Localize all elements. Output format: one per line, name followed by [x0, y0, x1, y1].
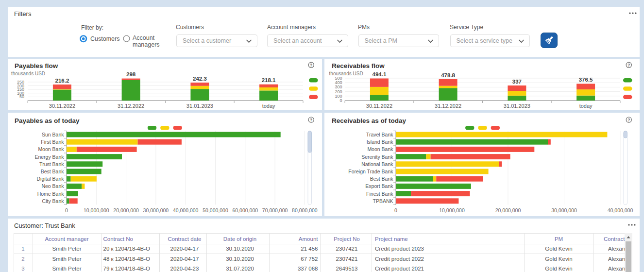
svg-text:thousands USD: thousands USD — [329, 71, 363, 76]
svg-text:70,000,000: 70,000,000 — [262, 207, 288, 213]
svg-text:City Bank: City Bank — [42, 198, 65, 204]
svg-text:Best Bank: Best Bank — [41, 169, 65, 174]
svg-text:30,000,000: 30,000,000 — [143, 207, 169, 213]
svg-text:Trust Bank: Trust Bank — [39, 161, 64, 167]
svg-text:500: 500 — [335, 76, 342, 81]
svg-text:Payables flow: Payables flow — [15, 62, 58, 69]
svg-text:10,000,000: 10,000,000 — [439, 207, 465, 213]
svg-text:242.3: 242.3 — [193, 76, 207, 82]
svg-text:31.12.2022: 31.12.2022 — [118, 103, 144, 109]
svg-text:Serenity Bank: Serenity Bank — [361, 154, 393, 160]
svg-text:494.1: 494.1 — [373, 71, 387, 77]
svg-text:Home Bank: Home Bank — [37, 191, 65, 197]
svg-text:40,000,000: 40,000,000 — [608, 207, 633, 213]
svg-text:thousands USD: thousands USD — [11, 71, 45, 76]
svg-text:?: ? — [627, 118, 630, 122]
svg-text:40,000,000: 40,000,000 — [173, 207, 199, 213]
svg-text:?: ? — [310, 63, 312, 68]
svg-text:?: ? — [627, 63, 630, 68]
svg-text:30,000,000: 30,000,000 — [551, 207, 577, 213]
svg-text:Foreign Trade Bank: Foreign Trade Bank — [348, 169, 393, 174]
svg-text:Finest Bank: Finest Bank — [366, 191, 393, 197]
svg-text:31.12.2022: 31.12.2022 — [435, 103, 461, 109]
svg-text:Travel Bank: Travel Bank — [366, 132, 393, 137]
svg-text:?: ? — [310, 118, 312, 122]
svg-text:Digital Bank: Digital Bank — [36, 176, 64, 182]
svg-text:Island Bank: Island Bank — [367, 139, 394, 145]
svg-text:Payables as of today: Payables as of today — [15, 117, 80, 124]
svg-text:0: 0 — [340, 98, 342, 103]
svg-text:50,000,000: 50,000,000 — [203, 207, 228, 213]
svg-text:30.11.2022: 30.11.2022 — [366, 103, 392, 109]
svg-text:60,000,000: 60,000,000 — [233, 207, 258, 213]
svg-text:Sun Bank: Sun Bank — [42, 132, 64, 137]
svg-text:31.01.2023: 31.01.2023 — [504, 103, 530, 109]
svg-text:80,000,000: 80,000,000 — [292, 207, 318, 213]
svg-text:0: 0 — [394, 207, 397, 213]
svg-text:Neo Bank: Neo Bank — [41, 183, 64, 189]
svg-text:337: 337 — [512, 79, 522, 85]
svg-text:30.11.2022: 30.11.2022 — [49, 103, 75, 109]
svg-text:376.5: 376.5 — [579, 77, 593, 83]
svg-text:31.01.2023: 31.01.2023 — [186, 103, 213, 109]
svg-text:50: 50 — [19, 94, 24, 99]
svg-text:400: 400 — [335, 80, 342, 85]
svg-text:First Bank: First Bank — [41, 139, 64, 145]
svg-text:100: 100 — [335, 94, 342, 99]
svg-text:10,000,000: 10,000,000 — [84, 207, 109, 213]
svg-text:300: 300 — [335, 85, 342, 89]
svg-text:Receivables flow: Receivables flow — [332, 62, 385, 69]
svg-text:Moon Bank: Moon Bank — [367, 146, 393, 152]
svg-text:20,000,000: 20,000,000 — [495, 207, 521, 213]
svg-text:TPBANK: TPBANK — [373, 198, 393, 204]
svg-text:478.8: 478.8 — [441, 72, 455, 78]
svg-text:298: 298 — [126, 71, 136, 77]
svg-text:Export Bank: Export Bank — [365, 183, 393, 189]
svg-text:216.2: 216.2 — [55, 78, 69, 84]
svg-text:Receivables as of today: Receivables as of today — [332, 117, 407, 124]
svg-text:Energy Bank: Energy Bank — [34, 154, 64, 160]
svg-text:218.1: 218.1 — [262, 77, 276, 83]
svg-text:today: today — [579, 103, 593, 109]
svg-text:20,000,000: 20,000,000 — [113, 207, 139, 213]
svg-text:National Bank: National Bank — [361, 161, 393, 167]
svg-text:0: 0 — [65, 207, 68, 213]
svg-text:Best Bank: Best Bank — [370, 176, 394, 182]
svg-text:Moon Bank: Moon Bank — [38, 146, 64, 152]
svg-text:today: today — [262, 103, 275, 109]
svg-text:200: 200 — [335, 89, 342, 94]
